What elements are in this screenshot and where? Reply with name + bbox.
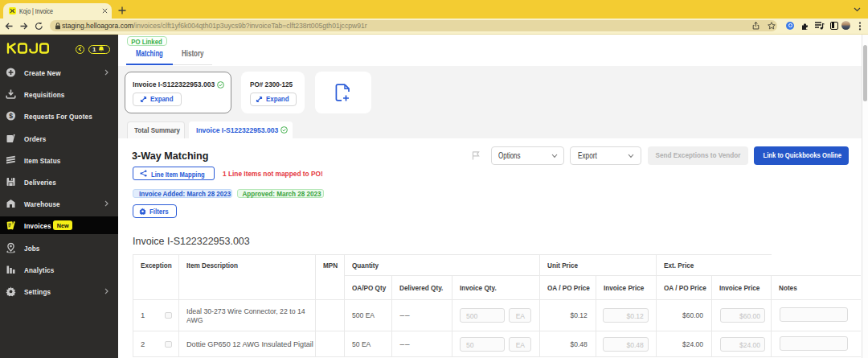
svg-text:$: $ xyxy=(9,112,13,120)
